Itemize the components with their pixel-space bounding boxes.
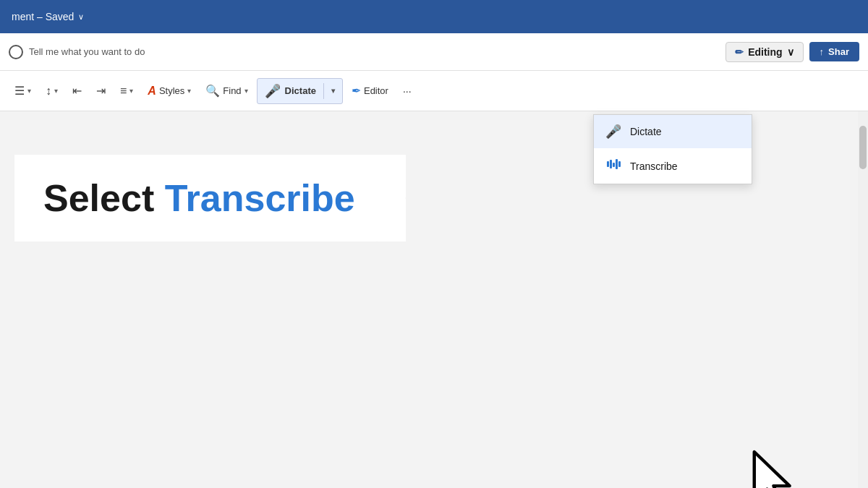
scrollbar-thumb[interactable] <box>859 126 867 169</box>
more-icon: ··· <box>403 85 412 97</box>
indent-decrease-button[interactable]: ⇤ <box>67 80 88 102</box>
title-bar-text: ment – Saved <box>12 11 74 22</box>
dropdown-transcribe-icon <box>605 157 621 175</box>
styles-button[interactable]: A Styles ▾ <box>142 80 197 102</box>
dropdown-item-dictate[interactable]: 🎤 Dictate <box>594 115 752 148</box>
svg-rect-2 <box>613 163 615 167</box>
editor-button[interactable]: ✒ Editor <box>346 80 394 102</box>
svg-marker-5 <box>754 452 790 488</box>
share-label: Shar <box>828 46 849 57</box>
editing-chevron: ∨ <box>787 46 794 58</box>
search-area: Tell me what you want to do <box>9 45 720 59</box>
indent-increase-button[interactable]: ⇥ <box>90 80 111 102</box>
dictate-separator <box>323 83 324 99</box>
command-bar: Tell me what you want to do ✏ Editing ∨ … <box>0 33 868 71</box>
list-chevron-icon: ▾ <box>27 87 31 95</box>
svg-rect-3 <box>616 159 618 169</box>
title-bar-chevron[interactable]: ∨ <box>78 12 84 22</box>
find-label: Find <box>223 85 241 96</box>
align-icon: ≡ <box>120 85 127 98</box>
styles-icon: A <box>148 85 156 98</box>
microphone-icon: 🎤 <box>265 83 281 99</box>
annotation-box: Select Transcribe <box>14 155 406 241</box>
title-bar-content: ment – Saved ∨ <box>12 11 84 22</box>
editor-icon: ✒ <box>352 84 361 98</box>
svg-rect-4 <box>618 161 621 167</box>
search-icon <box>9 45 23 59</box>
dropdown-dictate-label: Dictate <box>630 126 662 137</box>
align-chevron-icon: ▾ <box>129 87 133 95</box>
find-chevron-icon: ▾ <box>244 87 248 95</box>
svg-rect-1 <box>610 160 612 168</box>
more-button[interactable]: ··· <box>397 81 417 101</box>
find-button[interactable]: 🔍 Find ▾ <box>200 80 253 102</box>
annotation-text: Select Transcribe <box>43 177 355 219</box>
editing-button[interactable]: ✏ Editing ∨ <box>726 42 803 62</box>
share-button[interactable]: ↑ Shar <box>809 42 859 61</box>
dropdown-transcribe-label: Transcribe <box>630 160 678 172</box>
line-spacing-button[interactable]: ↕ ▾ <box>40 80 64 102</box>
dictate-dropdown: 🎤 Dictate Transcribe <box>593 114 752 184</box>
dictate-label: Dictate <box>285 85 316 96</box>
list-icon: ☰ <box>14 84 25 98</box>
dictate-chevron-icon[interactable]: ▾ <box>331 87 335 95</box>
line-spacing-chevron-icon: ▾ <box>54 87 58 95</box>
search-placeholder[interactable]: Tell me what you want to do <box>29 46 145 57</box>
annotation-text-plain: Select <box>43 177 165 219</box>
pencil-icon: ✏ <box>735 46 744 58</box>
styles-chevron-icon: ▾ <box>187 87 191 95</box>
annotation-text-highlight: Transcribe <box>165 177 355 219</box>
share-icon: ↑ <box>820 46 825 57</box>
scrollbar[interactable] <box>858 111 868 488</box>
indent-decrease-icon: ⇤ <box>72 84 82 98</box>
styles-label: Styles <box>159 85 184 96</box>
list-style-button[interactable]: ☰ ▾ <box>9 80 37 102</box>
svg-rect-0 <box>607 161 609 167</box>
dropdown-item-transcribe[interactable]: Transcribe <box>594 148 752 184</box>
title-bar: ment – Saved ∨ <box>0 0 868 33</box>
editing-label: Editing <box>748 46 782 58</box>
align-button[interactable]: ≡ ▾ <box>114 80 139 102</box>
dictate-button[interactable]: 🎤 Dictate ▾ <box>257 78 343 104</box>
ribbon: ☰ ▾ ↕ ▾ ⇤ ⇥ ≡ ▾ A Styles ▾ 🔍 Find ▾ 🎤 Di… <box>0 71 868 111</box>
line-spacing-icon: ↕ <box>46 85 51 98</box>
editor-label: Editor <box>364 85 388 96</box>
find-search-icon: 🔍 <box>205 84 220 98</box>
dropdown-dictate-icon: 🎤 <box>605 124 621 140</box>
annotation-callout: Select Transcribe <box>14 155 406 241</box>
indent-increase-icon: ⇥ <box>96 84 106 98</box>
